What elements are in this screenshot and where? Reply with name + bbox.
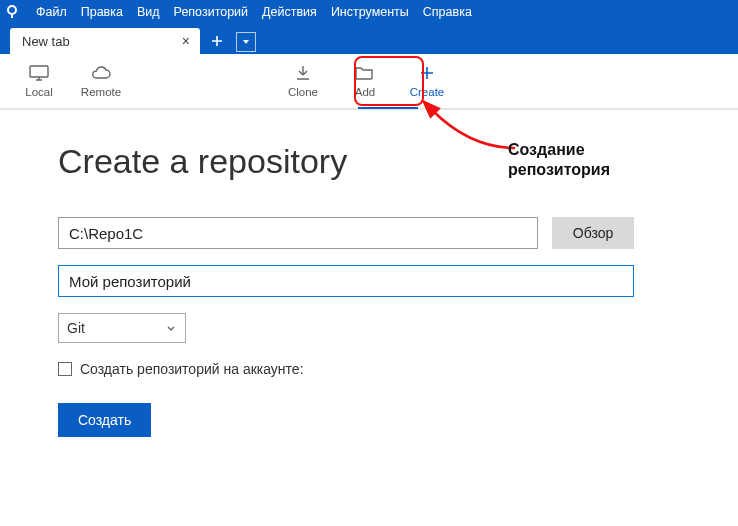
menu-actions[interactable]: Действия xyxy=(262,5,317,19)
toolbar-add-label: Add xyxy=(355,86,375,98)
menu-file[interactable]: Файл xyxy=(36,5,67,19)
folder-open-icon xyxy=(354,64,376,82)
toolbar-remote[interactable]: Remote xyxy=(70,57,132,105)
page-title: Create a repository xyxy=(58,142,680,181)
menu-tools[interactable]: Инструменты xyxy=(331,5,409,19)
create-on-account-checkbox[interactable] xyxy=(58,362,72,376)
svg-rect-2 xyxy=(30,66,48,77)
repo-path-input[interactable] xyxy=(58,217,538,249)
repo-name-input[interactable] xyxy=(58,265,634,297)
create-repo-panel: Create a repository Обзор Git Создать ре… xyxy=(0,110,738,437)
toolbar-add[interactable]: Add xyxy=(334,57,396,105)
browse-button[interactable]: Обзор xyxy=(552,217,634,249)
submit-button[interactable]: Создать xyxy=(58,403,151,437)
tab-bar: New tab × xyxy=(0,24,738,54)
toolbar: Local Remote Clone Add Create xyxy=(0,54,738,110)
vcs-select-value: Git xyxy=(67,320,85,336)
menu-help[interactable]: Справка xyxy=(423,5,472,19)
menu-bar: Файл Правка Вид Репозиторий Действия Инс… xyxy=(0,0,738,24)
create-on-account-label: Создать репозиторий на аккаунте: xyxy=(80,361,304,377)
app-icon xyxy=(4,4,20,20)
toolbar-remote-label: Remote xyxy=(81,86,121,98)
menu-items: Файл Правка Вид Репозиторий Действия Инс… xyxy=(36,5,472,19)
tab-label: New tab xyxy=(22,34,70,49)
menu-view[interactable]: Вид xyxy=(137,5,160,19)
download-icon xyxy=(294,64,312,82)
toolbar-create-label: Create xyxy=(410,86,445,98)
svg-rect-1 xyxy=(11,14,13,18)
toolbar-active-indicator xyxy=(358,107,418,109)
menu-repository[interactable]: Репозиторий xyxy=(174,5,249,19)
new-tab-button[interactable] xyxy=(206,30,228,52)
menu-edit[interactable]: Правка xyxy=(81,5,123,19)
toolbar-clone[interactable]: Clone xyxy=(272,57,334,105)
chevron-down-icon xyxy=(165,322,177,334)
tab-close-icon[interactable]: × xyxy=(180,34,192,48)
tab-dropdown-button[interactable] xyxy=(236,32,256,52)
toolbar-clone-label: Clone xyxy=(288,86,318,98)
plus-icon xyxy=(419,64,435,82)
cloud-icon xyxy=(89,64,113,82)
vcs-select[interactable]: Git xyxy=(58,313,186,343)
svg-point-0 xyxy=(8,6,16,14)
toolbar-local[interactable]: Local xyxy=(8,57,70,105)
monitor-icon xyxy=(28,64,50,82)
tab-new[interactable]: New tab × xyxy=(10,28,200,54)
toolbar-local-label: Local xyxy=(25,86,53,98)
toolbar-create[interactable]: Create xyxy=(396,57,458,105)
